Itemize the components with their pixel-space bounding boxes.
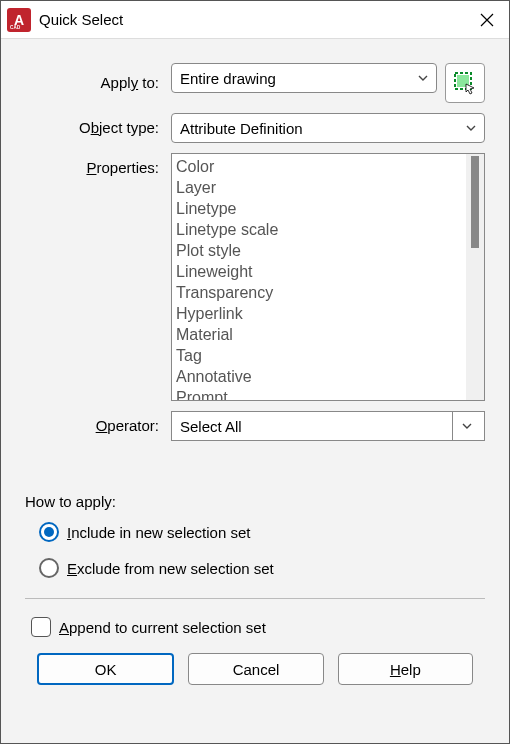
how-to-apply-title: How to apply: <box>25 493 485 510</box>
operator-row: Operator: Select All <box>25 411 485 441</box>
chevron-down-icon <box>462 122 480 134</box>
list-item[interactable]: Lineweight <box>176 261 462 282</box>
properties-scrollbar[interactable] <box>466 154 484 400</box>
close-icon <box>480 13 494 27</box>
list-item[interactable]: Plot style <box>176 240 462 261</box>
operator-value: Select All <box>180 418 452 435</box>
object-type-value: Attribute Definition <box>180 120 462 137</box>
select-objects-icon <box>453 71 477 95</box>
autocad-logo-icon: A <box>7 8 31 32</box>
exclude-radio[interactable] <box>39 558 59 578</box>
list-item[interactable]: Transparency <box>176 282 462 303</box>
list-item[interactable]: Material <box>176 324 462 345</box>
apply-to-value: Entire drawing <box>180 70 414 87</box>
apply-to-dropdown[interactable]: Entire drawing <box>171 63 437 93</box>
scroll-thumb[interactable] <box>471 156 479 248</box>
include-radio[interactable] <box>39 522 59 542</box>
operator-label: Operator: <box>25 411 163 441</box>
object-type-label: Object type: <box>25 113 163 143</box>
include-radio-label: Include in new selection set <box>67 524 250 541</box>
object-type-dropdown[interactable]: Attribute Definition <box>171 113 485 143</box>
list-item[interactable]: Prompt <box>176 387 462 400</box>
operator-dropdown[interactable]: Select All <box>171 411 485 441</box>
button-row: OK Cancel Help <box>25 653 485 703</box>
properties-listbox[interactable]: ColorLayerLinetypeLinetype scalePlot sty… <box>171 153 485 401</box>
apply-to-label: Apply to: <box>25 68 163 98</box>
properties-row: Properties: ColorLayerLinetypeLinetype s… <box>25 153 485 401</box>
chevron-down-icon <box>452 412 480 440</box>
append-checkbox-label: Append to current selection set <box>59 619 266 636</box>
list-item[interactable]: Linetype <box>176 198 462 219</box>
chevron-down-icon <box>414 72 432 84</box>
list-item[interactable]: Hyperlink <box>176 303 462 324</box>
help-button[interactable]: Help <box>338 653 473 685</box>
list-item[interactable]: Layer <box>176 177 462 198</box>
apply-to-row: Apply to: Entire drawing <box>25 63 485 103</box>
dialog-content: Apply to: Entire drawing Object typ <box>1 39 509 743</box>
properties-list-items: ColorLayerLinetypeLinetype scalePlot sty… <box>172 154 466 400</box>
list-item[interactable]: Linetype scale <box>176 219 462 240</box>
cancel-button[interactable]: Cancel <box>188 653 323 685</box>
properties-label: Properties: <box>25 153 163 183</box>
object-type-row: Object type: Attribute Definition <box>25 113 485 143</box>
include-radio-row[interactable]: Include in new selection set <box>39 522 485 542</box>
window-title: Quick Select <box>39 11 465 28</box>
close-button[interactable] <box>465 1 509 39</box>
titlebar: A Quick Select <box>1 1 509 39</box>
append-checkbox-row[interactable]: Append to current selection set <box>31 617 485 637</box>
quick-select-dialog: A Quick Select Apply to: Entire drawing <box>0 0 510 744</box>
exclude-radio-row[interactable]: Exclude from new selection set <box>39 558 485 578</box>
exclude-radio-label: Exclude from new selection set <box>67 560 274 577</box>
list-item[interactable]: Color <box>176 156 462 177</box>
ok-button[interactable]: OK <box>37 653 174 685</box>
select-objects-button[interactable] <box>445 63 485 103</box>
how-to-apply-section: How to apply: Include in new selection s… <box>25 493 485 594</box>
list-item[interactable]: Annotative <box>176 366 462 387</box>
append-checkbox[interactable] <box>31 617 51 637</box>
list-item[interactable]: Tag <box>176 345 462 366</box>
separator <box>25 598 485 599</box>
